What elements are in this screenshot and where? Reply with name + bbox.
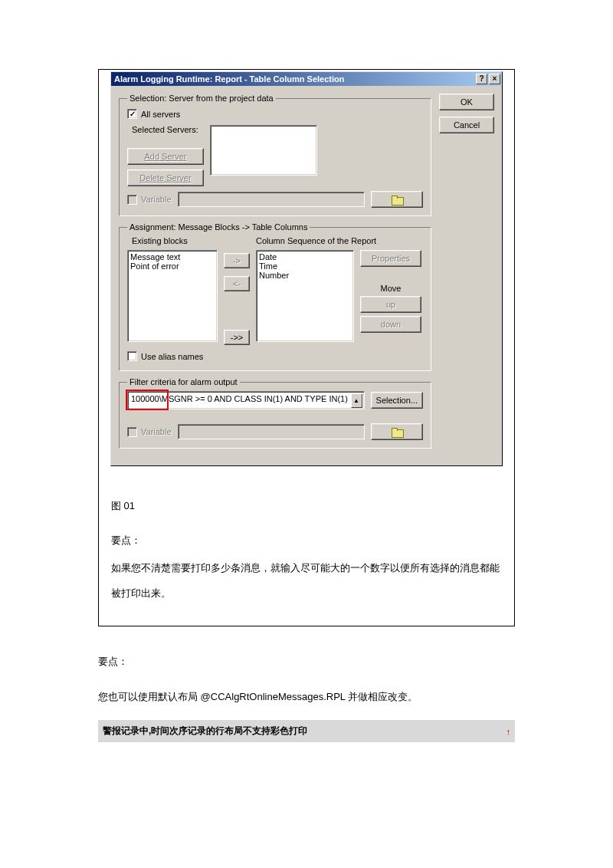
list-item[interactable]: Message text <box>130 252 215 261</box>
close-icon[interactable]: × <box>489 74 500 84</box>
checkmark-icon: ✓ <box>127 109 137 119</box>
ok-button[interactable]: OK <box>439 94 494 110</box>
figure-label: 图 01 <box>111 494 502 519</box>
existing-blocks-label: Existing blocks <box>127 236 218 245</box>
list-item[interactable]: Point of error <box>130 261 215 271</box>
folder-icon <box>392 428 402 436</box>
list-item[interactable]: Time <box>259 261 351 271</box>
move-down-button[interactable]: down <box>360 316 421 333</box>
variable-input-1 <box>178 192 365 207</box>
delete-server-button: Delete Server <box>127 169 204 186</box>
dialog-title: Alarm Logging Runtime: Report - Table Co… <box>114 72 344 86</box>
table-column-selection-dialog: Alarm Logging Runtime: Report - Table Co… <box>110 71 503 466</box>
selection-group: Selection: Server from the project data … <box>119 94 431 216</box>
all-servers-label: All servers <box>141 110 180 119</box>
use-alias-checkbox[interactable]: Use alias names <box>127 351 203 361</box>
assignment-legend: Assignment: Message Blocks -> Table Colu… <box>127 222 310 232</box>
checkbox-icon <box>127 351 137 361</box>
help-icon[interactable]: ? <box>476 74 487 84</box>
all-servers-checkbox[interactable]: ✓ All servers <box>127 109 180 119</box>
properties-button: Properties <box>360 250 421 267</box>
selection-button[interactable]: Selection... <box>371 392 423 409</box>
move-all-right-button[interactable]: ->> <box>224 330 250 345</box>
variable-input-2 <box>178 424 365 439</box>
paragraph-2: 您也可以使用默认布局 @CCAlgRtOnlineMessages.RPL 并做… <box>98 685 515 710</box>
point-heading-2: 要点： <box>98 649 515 675</box>
existing-blocks-listbox[interactable]: Message text Point of error <box>127 250 218 342</box>
filter-text: 100000\MSGNR >= 0 AND CLASS IN(1) AND TY… <box>131 394 350 403</box>
selected-servers-listbox[interactable] <box>210 125 317 176</box>
document-frame: Alarm Logging Runtime: Report - Table Co… <box>98 69 515 626</box>
document-text-outer: 要点： 您也可以使用默认布局 @CCAlgRtOnlineMessages.RP… <box>98 649 515 709</box>
report-columns-listbox[interactable]: Date Time Number <box>256 250 354 342</box>
move-up-button[interactable]: up <box>360 296 421 313</box>
move-right-button[interactable]: -> <box>224 253 250 268</box>
move-left-button[interactable]: <- <box>224 276 250 291</box>
browse-button-2[interactable] <box>371 423 423 440</box>
titlebar: Alarm Logging Runtime: Report - Table Co… <box>111 72 502 86</box>
use-alias-label: Use alias names <box>141 352 203 361</box>
list-item[interactable]: Number <box>259 271 351 280</box>
selection-legend: Selection: Server from the project data <box>127 94 276 103</box>
selected-servers-label: Selected Servers: <box>127 125 204 134</box>
filter-group: Filter criteria for alarm output 100000\… <box>119 377 431 449</box>
filter-criteria-input[interactable]: 100000\MSGNR >= 0 AND CLASS IN(1) AND TY… <box>127 391 365 409</box>
assignment-group: Assignment: Message Blocks -> Table Colu… <box>119 222 431 371</box>
add-server-button: Add Server <box>127 148 204 165</box>
note-bar: 警报记录中,时间次序记录的行布局不支持彩色打印 ↑ <box>98 720 515 742</box>
checkbox-icon <box>127 427 137 437</box>
variable-checkbox-1: Variable <box>127 195 172 205</box>
paragraph-1: 如果您不清楚需要打印多少条消息，就输入尽可能大的一个数字以便所有选择的消息都能被… <box>111 556 502 606</box>
filter-legend: Filter criteria for alarm output <box>127 377 240 386</box>
folder-icon <box>392 196 402 204</box>
column-sequence-label: Column Sequence of the Report <box>256 236 421 245</box>
up-arrow-icon[interactable]: ↑ <box>506 727 511 736</box>
document-text-inner: 图 01 要点： 如果您不清楚需要打印多少条消息，就输入尽可能大的一个数字以便所… <box>99 483 514 626</box>
point-heading-1: 要点： <box>111 528 502 554</box>
variable-label-2: Variable <box>141 427 172 436</box>
list-item[interactable]: Date <box>259 252 351 261</box>
browse-button-1[interactable] <box>371 191 423 208</box>
note-text: 警报记录中,时间次序记录的行布局不支持彩色打印 <box>103 725 307 738</box>
chevron-up-icon[interactable]: ▲ <box>351 393 362 408</box>
variable-label-1: Variable <box>141 195 172 204</box>
move-label: Move <box>360 284 421 293</box>
checkbox-icon <box>127 195 137 205</box>
cancel-button[interactable]: Cancel <box>439 117 494 133</box>
variable-checkbox-2: Variable <box>127 427 172 437</box>
